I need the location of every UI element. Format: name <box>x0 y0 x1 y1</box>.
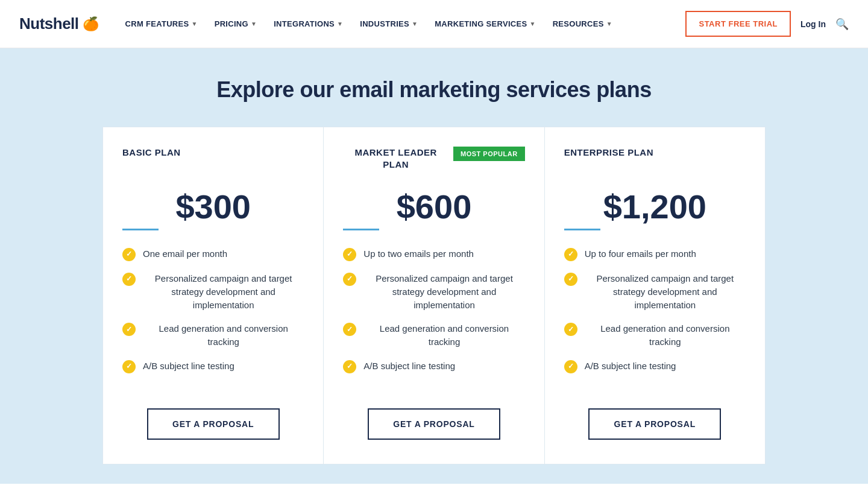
feature-item: Up to four emails per month <box>564 247 746 261</box>
plan-price: $1,200 <box>564 190 746 224</box>
plan-header: MARKET LEADER PLAN MOST POPULAR <box>343 147 524 183</box>
plan-name: MARKET LEADER PLAN <box>343 147 448 170</box>
feature-text: Personalized campaign and target strateg… <box>363 272 524 311</box>
price-underline <box>343 229 379 230</box>
get-proposal-button[interactable]: GET A PROPOSAL <box>147 408 280 440</box>
plans-grid: BASIC PLAN $300 One email per month Pers… <box>102 127 766 464</box>
nav-label: MARKETING SERVICES <box>435 19 527 28</box>
check-icon <box>564 360 577 373</box>
nav-label: INDUSTRIES <box>360 19 409 28</box>
chevron-down-icon: ▼ <box>192 21 198 27</box>
check-icon <box>343 248 356 261</box>
hero-title: Explore our email marketing services pla… <box>19 77 849 103</box>
feature-text: Lead generation and conversion tracking <box>143 322 304 349</box>
feature-item: Lead generation and conversion tracking <box>564 322 746 349</box>
chevron-down-icon: ▼ <box>337 21 343 27</box>
nav-label: RESOURCES <box>553 19 604 28</box>
check-icon <box>122 273 136 286</box>
feature-item: A/B subject line testing <box>564 360 746 373</box>
feature-list: Up to two emails per month Personalized … <box>343 247 524 384</box>
search-icon[interactable]: 🔍 <box>835 17 849 31</box>
nav-right: START FREE TRIAL Log In 🔍 <box>685 11 849 37</box>
check-icon <box>343 273 356 286</box>
plan-price: $600 <box>343 190 524 224</box>
check-icon <box>564 273 577 286</box>
feature-list: One email per month Personalized campaig… <box>122 247 304 384</box>
feature-text: A/B subject line testing <box>363 360 455 373</box>
feature-text: Up to two emails per month <box>363 247 474 261</box>
chevron-down-icon: ▼ <box>251 21 257 27</box>
feature-item: A/B subject line testing <box>122 360 304 373</box>
navbar: Nutshell 🍊 CRM FEATURES▼PRICING▼INTEGRAT… <box>0 0 868 48</box>
nav-item-crm-features[interactable]: CRM FEATURES▼ <box>118 14 205 33</box>
check-icon <box>122 248 136 261</box>
logo[interactable]: Nutshell 🍊 <box>19 14 99 33</box>
check-icon <box>564 248 577 261</box>
feature-text: Up to four emails per month <box>585 247 696 261</box>
feature-text: A/B subject line testing <box>585 360 676 373</box>
logo-icon: 🍊 <box>83 16 99 32</box>
feature-item: Personalized campaign and target strateg… <box>564 272 746 311</box>
feature-item: Personalized campaign and target strateg… <box>122 272 304 311</box>
plan-card-market-leader: MARKET LEADER PLAN MOST POPULAR $600 Up … <box>324 127 544 464</box>
plan-card-enterprise: ENTERPRISE PLAN $1,200 Up to four emails… <box>545 127 766 464</box>
hero-section: Explore our email marketing services pla… <box>0 48 868 484</box>
feature-text: One email per month <box>143 247 227 261</box>
feature-text: Personalized campaign and target strateg… <box>585 272 746 311</box>
nav-items: CRM FEATURES▼PRICING▼INTEGRATIONS▼INDUST… <box>118 14 686 33</box>
feature-item: Lead generation and conversion tracking <box>343 322 524 349</box>
get-proposal-button[interactable]: GET A PROPOSAL <box>588 408 721 440</box>
feature-text: A/B subject line testing <box>143 360 234 373</box>
plan-header: BASIC PLAN <box>122 147 304 183</box>
get-proposal-button[interactable]: GET A PROPOSAL <box>368 408 500 440</box>
plan-name: ENTERPRISE PLAN <box>564 147 653 159</box>
nav-label: PRICING <box>215 19 248 28</box>
nav-item-resources[interactable]: RESOURCES▼ <box>546 14 620 33</box>
nav-item-industries[interactable]: INDUSTRIES▼ <box>353 14 425 33</box>
check-icon <box>343 360 356 373</box>
plan-name: BASIC PLAN <box>122 147 181 159</box>
feature-item: A/B subject line testing <box>343 360 524 373</box>
feature-list: Up to four emails per month Personalized… <box>564 247 746 384</box>
plan-price: $300 <box>122 190 304 224</box>
price-underline <box>122 229 159 230</box>
nav-label: INTEGRATIONS <box>274 19 335 28</box>
check-icon <box>122 360 136 373</box>
nav-item-marketing-services[interactable]: MARKETING SERVICES▼ <box>427 14 542 33</box>
check-icon <box>122 323 136 336</box>
plan-card-basic: BASIC PLAN $300 One email per month Pers… <box>102 127 324 464</box>
feature-item: Up to two emails per month <box>343 247 524 261</box>
start-trial-button[interactable]: START FREE TRIAL <box>685 11 791 37</box>
chevron-down-icon: ▼ <box>529 21 535 27</box>
login-link[interactable]: Log In <box>800 19 826 29</box>
feature-item: One email per month <box>122 247 304 261</box>
logo-text: Nutshell <box>19 14 79 33</box>
most-popular-badge: MOST POPULAR <box>453 147 525 161</box>
feature-text: Personalized campaign and target strateg… <box>143 272 304 311</box>
plan-header: ENTERPRISE PLAN <box>564 147 746 183</box>
feature-text: Lead generation and conversion tracking <box>363 322 524 349</box>
check-icon <box>343 323 356 336</box>
nav-item-pricing[interactable]: PRICING▼ <box>207 14 264 33</box>
check-icon <box>564 323 577 336</box>
feature-item: Personalized campaign and target strateg… <box>343 272 524 311</box>
chevron-down-icon: ▼ <box>412 21 418 27</box>
feature-text: Lead generation and conversion tracking <box>585 322 746 349</box>
nav-label: CRM FEATURES <box>125 19 189 28</box>
feature-item: Lead generation and conversion tracking <box>122 322 304 349</box>
nav-item-integrations[interactable]: INTEGRATIONS▼ <box>266 14 350 33</box>
chevron-down-icon: ▼ <box>606 21 612 27</box>
price-underline <box>564 229 600 230</box>
